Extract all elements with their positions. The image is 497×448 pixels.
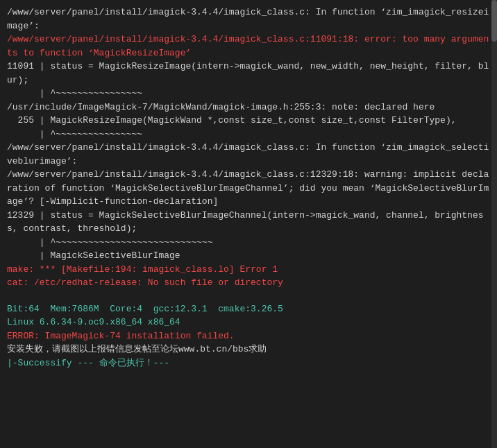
- terminal-line-10: 12329 | status = MagickSelectiveBlurImag…: [7, 209, 490, 236]
- terminal-line-20: |-Successify --- 命令已执行！---: [7, 356, 490, 370]
- terminal-line-14: cat: /etc/redhat-release: No such file o…: [7, 276, 490, 290]
- terminal-line-12: | MagickSelectiveBlurImage: [7, 249, 490, 263]
- terminal-line-18: ERROR: ImageMagick-74 installation faile…: [7, 329, 490, 343]
- terminal-line-11: | ^~~~~~~~~~~~~~~~~~~~~~~~~~~~~~: [7, 236, 490, 250]
- terminal-line-5: /usr/include/ImageMagick-7/MagickWand/ma…: [7, 101, 490, 114]
- empty-line: [7, 290, 490, 302]
- terminal-line-2: /www/server/panel/install/imagick-3.4.4/…: [7, 33, 490, 60]
- terminal-line-4: | ^~~~~~~~~~~~~~~~~: [7, 87, 490, 101]
- scrollbar-thumb[interactable]: [491, 0, 497, 42]
- terminal-line-3: 11091 | status = MagickResizeImage(inter…: [7, 60, 490, 87]
- terminal-line-6: 255 | MagickResizeImage(MagickWand *,con…: [7, 114, 490, 128]
- terminal-line-19: 安装失败，请截图以上报错信息发帖至论坛www.bt.cn/bbs求助: [7, 343, 490, 356]
- terminal-line-13: make: *** [Makefile:194: imagick_class.l…: [7, 263, 490, 277]
- terminal-line-8: /www/server/panel/install/imagick-3.4.4/…: [7, 141, 490, 168]
- terminal-line-7: | ^~~~~~~~~~~~~~~~~: [7, 128, 490, 141]
- terminal-output: /www/server/panel/install/imagick-3.4.4/…: [0, 0, 497, 448]
- terminal-line-16: Bit:64 Mem:7686M Core:4 gcc:12.3.1 cmake…: [7, 302, 490, 316]
- terminal-line-17: Linux 6.6.34-9.oc9.x86_64 x86_64: [7, 316, 490, 329]
- terminal-line-9: /www/server/panel/install/imagick-3.4.4/…: [7, 168, 490, 209]
- terminal-line-1: /www/server/panel/install/imagick-3.4.4/…: [7, 6, 490, 33]
- scrollbar[interactable]: [491, 0, 497, 448]
